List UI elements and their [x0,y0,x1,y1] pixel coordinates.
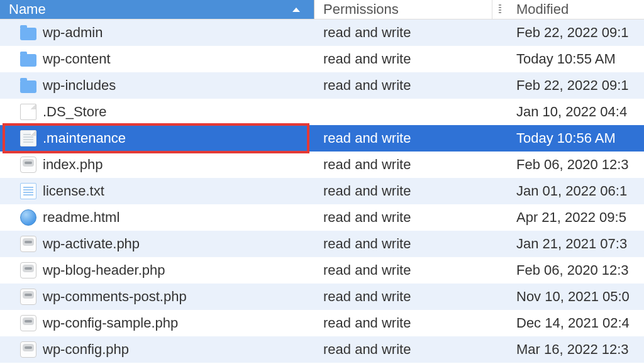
file-row[interactable]: .DS_StoreJan 10, 2022 04:4 [0,99,644,125]
column-header-permissions-label: Permissions [323,1,399,18]
php-file-icon [20,289,36,305]
file-row[interactable]: wp-includesread and writeFeb 22, 2022 09… [0,72,644,99]
file-row[interactable]: index.phpread and writeFeb 06, 2020 12:3 [0,152,644,178]
file-name-cell: wp-activate.php [0,236,314,252]
file-permissions-label: read and write [323,77,411,93]
file-name-cell: wp-config.php [0,341,314,358]
file-row[interactable]: wp-blog-header.phpread and writeFeb 06, … [0,257,644,284]
file-name-cell: wp-includes [0,77,314,94]
file-permissions-cell: read and write [314,77,492,94]
file-row[interactable]: wp-comments-post.phpread and writeNov 10… [0,284,644,310]
file-modified-label: Feb 22, 2022 09:1 [516,25,629,40]
column-header-name[interactable]: Name [0,0,314,19]
file-modified-cell: Today 10:56 AM [492,130,644,146]
file-modified-cell: Jan 10, 2022 04:4 [492,104,644,120]
file-modified-label: Today 10:55 AM [516,51,616,67]
file-row[interactable]: wp-adminread and writeFeb 22, 2022 09:1 [0,19,644,46]
file-name-cell: license.txt [0,183,314,199]
file-row[interactable]: license.txtread and writeJan 01, 2022 06… [0,178,644,204]
file-modified-cell: Jan 21, 2021 07:3 [492,236,644,252]
file-modified-label: Today 10:56 AM [516,130,616,146]
file-browser: Name Permissions Modified wp-adminread a… [0,0,644,364]
file-modified-label: Apr 21, 2022 09:5 [516,209,626,225]
file-permissions-cell: read and write [314,130,492,146]
file-modified-cell: Feb 06, 2020 12:3 [492,157,644,173]
folder-icon [20,28,36,40]
file-name-cell: index.php [0,157,314,173]
file-modified-label: Mar 16, 2022 12:3 [516,341,629,357]
file-name-label: wp-comments-post.php [43,289,187,305]
file-modified-cell: Today 10:55 AM [492,51,644,67]
file-modified-label: Jan 01, 2022 06:1 [516,183,627,199]
file-name-label: wp-blog-header.php [43,262,165,279]
file-row[interactable]: readme.htmlread and writeApr 21, 2022 09… [0,204,644,231]
file-name-cell: .maintenance [0,130,314,146]
file-name-label: .DS_Store [43,104,107,120]
file-permissions-label: read and write [323,183,411,199]
document-icon [20,104,36,120]
file-permissions-cell: read and write [314,289,492,305]
column-header-modified[interactable]: Modified [492,0,644,19]
file-permissions-cell: read and write [314,341,492,358]
file-name-label: wp-config-sample.php [43,315,178,331]
column-header-modified-label: Modified [516,1,569,18]
file-modified-label: Feb 06, 2020 12:3 [516,157,629,172]
file-permissions-cell: read and write [314,25,492,41]
document-icon [20,130,36,146]
file-permissions-label: read and write [323,262,411,278]
file-name-label: wp-activate.php [43,236,140,252]
file-name-cell: readme.html [0,209,314,226]
file-row[interactable]: wp-activate.phpread and writeJan 21, 202… [0,231,644,257]
file-permissions-label: read and write [323,289,411,304]
file-row[interactable]: wp-config-sample.phpread and writeDec 14… [0,310,644,336]
file-modified-cell: Feb 22, 2022 09:1 [492,77,644,94]
file-name-label: .maintenance [43,130,126,146]
file-name-label: wp-content [43,51,111,67]
file-modified-label: Feb 06, 2020 12:3 [516,262,629,278]
php-file-icon [20,341,36,358]
file-permissions-cell: read and write [314,183,492,199]
text-file-icon [20,183,36,199]
file-modified-label: Feb 22, 2022 09:1 [516,77,629,93]
file-row[interactable]: wp-config.phpread and writeMar 16, 2022 … [0,336,644,363]
file-name-cell: .DS_Store [0,104,314,120]
file-modified-label: Dec 14, 2021 02:4 [516,315,630,331]
file-modified-cell: Mar 16, 2022 12:3 [492,341,644,358]
php-file-icon [20,236,36,252]
file-name-label: license.txt [43,183,104,199]
file-modified-cell: Nov 10, 2021 05:0 [492,289,644,305]
file-modified-cell: Dec 14, 2021 02:4 [492,315,644,331]
php-file-icon [20,157,36,173]
file-permissions-label: read and write [323,341,411,357]
file-modified-cell: Jan 01, 2022 06:1 [492,183,644,199]
file-name-cell: wp-comments-post.php [0,289,314,305]
file-permissions-cell: read and write [314,315,492,331]
php-file-icon [20,315,36,331]
file-name-cell: wp-admin [0,25,314,41]
file-name-label: wp-admin [43,25,103,41]
file-modified-cell: Feb 06, 2020 12:3 [492,262,644,279]
file-permissions-cell: read and write [314,51,492,67]
column-header-name-label: Name [9,1,46,18]
folder-icon [20,80,36,93]
column-header-permissions[interactable]: Permissions [314,0,492,19]
file-modified-cell: Apr 21, 2022 09:5 [492,209,644,226]
file-list: wp-adminread and writeFeb 22, 2022 09:1w… [0,19,644,363]
file-permissions-label: read and write [323,25,411,40]
file-permissions-cell: read and write [314,209,492,226]
file-permissions-label: read and write [323,51,411,67]
file-name-label: wp-includes [43,77,116,94]
file-permissions-cell: read and write [314,157,492,173]
folder-icon [20,54,36,67]
file-name-label: index.php [43,157,103,173]
file-name-cell: wp-config-sample.php [0,315,314,331]
file-permissions-label: read and write [323,157,411,172]
file-row[interactable]: wp-contentread and writeToday 10:55 AM [0,46,644,72]
column-header-row: Name Permissions Modified [0,0,644,19]
file-name-label: wp-config.php [43,341,129,358]
sort-ascending-icon [292,8,300,12]
file-modified-label: Jan 21, 2021 07:3 [516,236,627,251]
file-name-label: readme.html [43,209,119,226]
php-file-icon [20,262,36,279]
file-row[interactable]: .maintenanceread and writeToday 10:56 AM [0,125,644,152]
